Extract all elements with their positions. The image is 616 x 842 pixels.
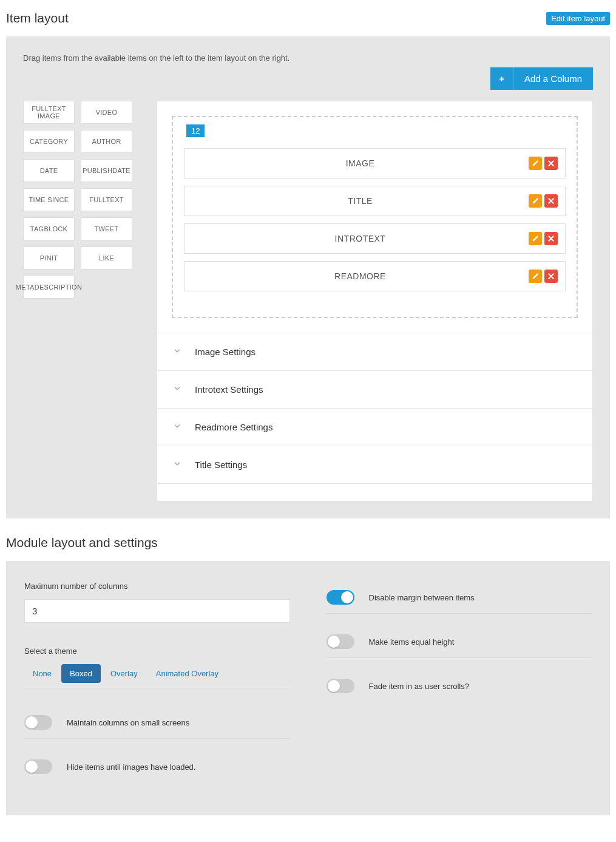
theme-tab-animated-overlay[interactable]: Animated Overlay bbox=[147, 664, 227, 683]
available-items-list: FULLTEXT IMAGEVIDEOCATEGORYAUTHORDATEPUB… bbox=[23, 101, 144, 299]
theme-tab-boxed[interactable]: Boxed bbox=[61, 664, 101, 683]
available-item[interactable]: TIME SINCE bbox=[23, 188, 75, 211]
theme-tab-none[interactable]: None bbox=[24, 664, 60, 683]
hide-items-label: Hide items until images have loaded. bbox=[67, 762, 195, 772]
maintain-columns-row: Maintain columns on small screens bbox=[24, 707, 290, 739]
hide-items-toggle[interactable] bbox=[24, 759, 52, 774]
delete-icon[interactable] bbox=[544, 194, 558, 208]
equal-height-label: Make items equal height bbox=[369, 637, 455, 647]
layout-item[interactable]: IMAGE bbox=[184, 148, 566, 178]
section-title-module-layout: Module layout and settings bbox=[6, 535, 158, 550]
theme-tab-overlay[interactable]: Overlay bbox=[102, 664, 146, 683]
module-settings-panel: Maximum number of columns Select a theme… bbox=[6, 561, 610, 815]
accordion-item[interactable]: Title Settings bbox=[157, 446, 592, 484]
column-drop-zone[interactable]: 12 IMAGETITLEINTROTEXTREADMORE bbox=[172, 116, 578, 318]
column-width-badge[interactable]: 12 bbox=[186, 124, 205, 137]
equal-height-row: Make items equal height bbox=[327, 626, 592, 658]
available-item[interactable]: TAGBLOCK bbox=[23, 217, 75, 240]
disable-margin-row: Disable margin between items bbox=[327, 582, 592, 614]
disable-margin-label: Disable margin between items bbox=[369, 593, 475, 602]
available-item[interactable]: VIDEO bbox=[81, 101, 132, 124]
section-title-item-layout: Item layout bbox=[6, 11, 69, 25]
edit-icon[interactable] bbox=[529, 232, 542, 245]
add-column-button[interactable]: + Add a Column bbox=[490, 67, 593, 90]
layout-item-name: IMAGE bbox=[192, 158, 529, 168]
accordion-label: Image Settings bbox=[195, 347, 256, 357]
fade-in-row: Fade item in as user scrolls? bbox=[327, 670, 592, 702]
layout-item-name: INTROTEXT bbox=[192, 234, 529, 243]
edit-item-layout-button[interactable]: Edit item layout bbox=[546, 12, 610, 25]
edit-icon[interactable] bbox=[529, 157, 542, 170]
add-column-label: Add a Column bbox=[513, 67, 593, 90]
plus-icon: + bbox=[490, 67, 513, 90]
fade-in-toggle[interactable] bbox=[327, 679, 354, 693]
delete-icon[interactable] bbox=[544, 232, 558, 245]
hide-items-row: Hide items until images have loaded. bbox=[24, 751, 290, 783]
layout-item[interactable]: TITLE bbox=[184, 186, 566, 216]
theme-label: Select a theme bbox=[24, 647, 290, 656]
accordion-label: Introtext Settings bbox=[195, 384, 263, 395]
item-layout-panel: Drag items from the available items on t… bbox=[6, 36, 610, 518]
available-item[interactable]: LIKE bbox=[81, 246, 132, 270]
edit-icon[interactable] bbox=[529, 270, 542, 283]
available-item[interactable]: PUBLISHDATE bbox=[81, 159, 132, 182]
theme-tabs: NoneBoxedOverlayAnimated Overlay bbox=[24, 664, 290, 683]
maintain-columns-label: Maintain columns on small screens bbox=[67, 718, 189, 727]
available-item[interactable]: DATE bbox=[23, 159, 75, 182]
accordion-label: Title Settings bbox=[195, 460, 247, 470]
accordion-item[interactable]: Introtext Settings bbox=[157, 371, 592, 409]
layout-canvas: 12 IMAGETITLEINTROTEXTREADMORE Image Set… bbox=[157, 101, 593, 501]
chevron-down-icon bbox=[173, 347, 181, 357]
available-item[interactable]: CATEGORY bbox=[23, 130, 75, 153]
accordion-item[interactable]: Readmore Settings bbox=[157, 409, 592, 446]
disable-margin-toggle[interactable] bbox=[327, 590, 354, 605]
layout-item-name: TITLE bbox=[192, 196, 529, 206]
maintain-columns-toggle[interactable] bbox=[24, 715, 52, 730]
accordion-label: Readmore Settings bbox=[195, 422, 272, 432]
available-item[interactable]: METADESCRIPTION bbox=[23, 276, 75, 299]
available-item[interactable]: TWEET bbox=[81, 217, 132, 240]
available-item[interactable]: FULLTEXT bbox=[81, 188, 132, 211]
max-columns-label: Maximum number of columns bbox=[24, 582, 290, 591]
edit-icon[interactable] bbox=[529, 194, 542, 208]
available-item[interactable]: PINIT bbox=[23, 246, 75, 270]
fade-in-label: Fade item in as user scrolls? bbox=[369, 682, 469, 691]
layout-item[interactable]: INTROTEXT bbox=[184, 223, 566, 254]
delete-icon[interactable] bbox=[544, 270, 558, 283]
accordion-item[interactable]: Image Settings bbox=[157, 333, 592, 371]
instruction-text: Drag items from the available items on t… bbox=[23, 53, 593, 63]
available-item[interactable]: FULLTEXT IMAGE bbox=[23, 101, 75, 124]
delete-icon[interactable] bbox=[544, 157, 558, 170]
chevron-down-icon bbox=[173, 422, 181, 432]
layout-item-name: READMORE bbox=[192, 271, 529, 281]
layout-item[interactable]: READMORE bbox=[184, 261, 566, 291]
equal-height-toggle[interactable] bbox=[327, 634, 354, 649]
available-item[interactable]: AUTHOR bbox=[81, 130, 132, 153]
chevron-down-icon bbox=[173, 384, 181, 395]
max-columns-input[interactable] bbox=[24, 599, 290, 623]
chevron-down-icon bbox=[173, 460, 181, 470]
